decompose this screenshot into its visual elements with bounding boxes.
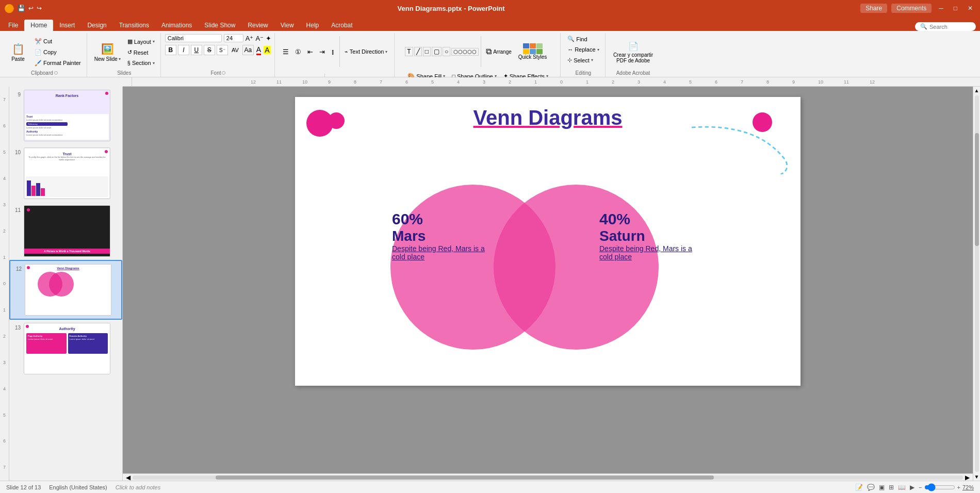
font-size-input[interactable]	[224, 34, 243, 42]
bold-button[interactable]: B	[165, 45, 176, 55]
decrease-font-icon[interactable]: A⁻	[255, 35, 264, 42]
cut-button[interactable]: ✂️ Cut	[32, 37, 84, 46]
comments-button[interactable]: Comments	[891, 4, 932, 13]
font-family-input[interactable]	[165, 34, 222, 42]
right-planet: Saturn	[599, 228, 703, 244]
arrange-button[interactable]: ⧉ Arrange	[483, 45, 514, 58]
quick-access-save-icon[interactable]: 💾	[18, 5, 25, 12]
increase-indent-button[interactable]: ⇥	[317, 47, 328, 57]
slide-thumb-12[interactable]: 12 Venn Diagrams	[9, 260, 122, 320]
font-color-button[interactable]: A	[256, 45, 261, 55]
clipboard-expand-icon[interactable]: ⬡	[54, 71, 58, 75]
reset-icon: ↺	[127, 49, 132, 56]
format-painter-button[interactable]: 🖌️ Format Painter	[32, 58, 84, 68]
tab-transitions[interactable]: Transitions	[113, 20, 155, 31]
zoom-in-btn[interactable]: +	[957, 484, 960, 490]
find-button[interactable]: 🔍 Find	[565, 34, 590, 44]
notes-label[interactable]: Click to add notes	[116, 484, 160, 490]
right-percentage: 40%	[599, 210, 703, 228]
underline-button[interactable]: U	[191, 45, 202, 55]
zoom-slider[interactable]	[924, 483, 955, 491]
slide-num-12: 12	[12, 264, 22, 272]
notes-view-btn[interactable]: 📝	[855, 484, 863, 491]
search-input[interactable]	[929, 24, 971, 30]
italic-button[interactable]: I	[178, 45, 189, 55]
scroll-up-btn[interactable]: ▲	[973, 87, 980, 94]
v-scroll-thumb[interactable]	[975, 133, 979, 246]
numbering-button[interactable]: ①	[292, 47, 304, 57]
tab-animations[interactable]: Animations	[155, 20, 198, 31]
close-icon[interactable]: ✕	[965, 5, 976, 12]
paste-button[interactable]: 📋 Paste	[5, 41, 31, 64]
decrease-indent-button[interactable]: ⇤	[305, 47, 316, 57]
slide-num-10: 10	[11, 147, 21, 155]
slide-panel: 9 Rank Factors Trust Lorem ipsum dolor s…	[9, 87, 123, 481]
zoom-level[interactable]: 72%	[962, 484, 974, 490]
slide-sorter-btn[interactable]: ⊞	[889, 484, 894, 491]
scroll-thumb[interactable]	[216, 475, 714, 480]
horizontal-scrollbar[interactable]: ◀ ▶	[123, 473, 973, 481]
tab-help[interactable]: Help	[300, 20, 325, 31]
scroll-right-btn[interactable]: ▶	[963, 474, 972, 481]
increase-font-icon[interactable]: A⁺	[246, 35, 254, 42]
text-box-tool[interactable]: T	[405, 47, 413, 56]
tab-file[interactable]: File	[2, 20, 24, 31]
scroll-down-btn[interactable]: ▼	[973, 473, 980, 481]
maximize-icon[interactable]: □	[951, 5, 960, 12]
spacing-button[interactable]: AV	[230, 45, 241, 55]
quick-styles-button[interactable]: Quick Styles	[515, 41, 550, 62]
minimize-icon[interactable]: ─	[936, 5, 946, 12]
tab-acrobat[interactable]: Acrobat	[325, 20, 358, 31]
reading-view-btn[interactable]: 📖	[898, 484, 906, 491]
canvas-area[interactable]: Venn Diagrams 60% Mars Despite being Red…	[123, 87, 973, 481]
bullets-button[interactable]: ☰	[280, 47, 291, 57]
clear-format-icon[interactable]: ✦	[266, 35, 271, 42]
layout-button[interactable]: ▦ Layout ▾	[125, 37, 157, 46]
slide-thumb-11[interactable]: 11 A Picture is Worth a Thousand Words	[9, 202, 122, 260]
replace-button[interactable]: ↔ Replace ▾	[565, 45, 601, 54]
scroll-left-btn[interactable]: ◀	[124, 474, 133, 481]
section-button[interactable]: § Section ▾	[125, 58, 157, 68]
share-button[interactable]: Share	[860, 4, 887, 13]
shadow-button[interactable]: S⁻	[217, 45, 228, 55]
strikethrough-button[interactable]: S	[204, 45, 215, 55]
columns-button[interactable]: ⫿	[329, 47, 337, 57]
create-pdf-button[interactable]: 📄 Crear y compartir PDF de Adobe	[610, 39, 657, 65]
tab-slideshow[interactable]: Slide Show	[198, 20, 241, 31]
quick-access-redo-icon[interactable]: ↪	[37, 5, 42, 12]
rect-tool[interactable]: □	[423, 47, 431, 56]
comments-view-btn[interactable]: 💬	[867, 484, 875, 491]
tab-review[interactable]: Review	[241, 20, 274, 31]
copy-icon: 📄	[35, 49, 42, 56]
slide-thumb-13[interactable]: 13 Authority Page Authority Lorem ipsum …	[9, 320, 122, 377]
right-description: Despite being Red, Mars is a cold place	[599, 244, 703, 261]
normal-view-btn[interactable]: ▣	[879, 484, 885, 491]
highlight-color-button[interactable]: A	[264, 46, 270, 54]
oval-tool[interactable]: ○	[443, 47, 450, 56]
new-slide-dropdown-icon[interactable]: ▾	[119, 57, 121, 61]
font-expand-icon[interactable]: ⬡	[222, 71, 225, 75]
copy-button[interactable]: 📄 Copy	[32, 47, 84, 57]
slide-thumb-9[interactable]: 9 Rank Factors Trust Lorem ipsum dolor s…	[9, 87, 122, 144]
tab-home[interactable]: Home	[24, 20, 53, 31]
line-tool[interactable]: ╱	[414, 47, 422, 56]
text-direction-button[interactable]: ⌁ Text Direction ▾	[342, 47, 390, 57]
quick-access-undo-icon[interactable]: ↩	[28, 5, 34, 12]
presenter-view-btn[interactable]: ▶	[910, 484, 914, 491]
new-slide-button[interactable]: 🖼️ New Slide ▾	[91, 41, 124, 64]
font-case-button[interactable]: Aa	[242, 45, 254, 55]
venn-circle-right[interactable]	[494, 185, 659, 350]
slide-thumb-10[interactable]: 10 Trust To verify this graph, click on …	[9, 144, 122, 202]
rounded-rect-tool[interactable]: ▢	[432, 47, 442, 56]
more-shapes-tool[interactable]: ⬡⬡⬡⬡⬡	[451, 48, 479, 56]
status-right: 📝 💬 ▣ ⊞ 📖 ▶ − + 72%	[855, 483, 974, 491]
vertical-scrollbar[interactable]: ▲ ▼	[973, 87, 980, 481]
v-scroll-track	[975, 95, 979, 472]
tab-insert[interactable]: Insert	[53, 20, 81, 31]
select-button[interactable]: ⊹ Select ▾	[565, 55, 596, 65]
reset-button[interactable]: ↺ Reset	[125, 47, 157, 57]
tab-view[interactable]: View	[274, 20, 300, 31]
tab-design[interactable]: Design	[81, 20, 112, 31]
zoom-out-btn[interactable]: −	[919, 484, 922, 490]
search-box[interactable]: 🔍	[915, 22, 976, 31]
